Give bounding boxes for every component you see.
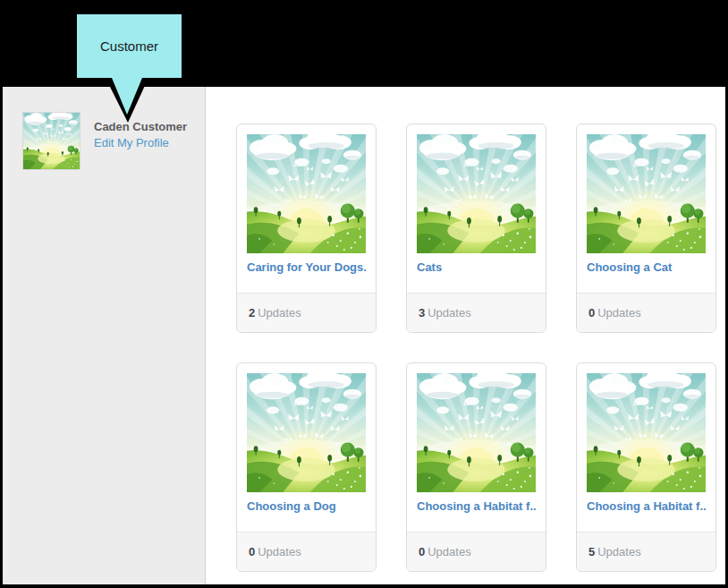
notebook-thumbnail[interactable]	[417, 134, 536, 253]
callout-arrow-icon	[105, 78, 149, 124]
card-footer: 0Updates	[407, 532, 546, 571]
notebook-title-link[interactable]: Choosing a Cat	[587, 260, 706, 274]
customer-callout: Customer	[75, 13, 183, 80]
callout-label: Customer	[75, 13, 183, 80]
card-body: Caring for Your Dogs...	[237, 124, 376, 293]
updates-count: 2	[249, 306, 255, 320]
notebook-card[interactable]: Caring for Your Dogs... 2Updates	[236, 124, 377, 333]
updates-label: Updates	[597, 306, 640, 320]
updates-label: Updates	[258, 306, 301, 320]
card-body: Choosing a Habitat f...	[577, 363, 715, 532]
edit-profile-link[interactable]: Edit My Profile	[94, 136, 169, 150]
main-panel: Caring for Your Dogs... 2Updates Cats 3U…	[206, 87, 725, 584]
notebook-thumbnail[interactable]	[587, 373, 706, 492]
updates-count: 0	[588, 306, 595, 320]
card-footer: 3Updates	[407, 293, 546, 332]
top-banner: Customer	[0, 0, 728, 87]
card-body: Choosing a Cat	[577, 124, 715, 293]
card-body: Choosing a Habitat f...	[407, 363, 546, 532]
card-footer: 0Updates	[237, 532, 376, 571]
updates-label: Updates	[597, 545, 640, 558]
avatar[interactable]	[22, 112, 80, 170]
updates-count: 0	[249, 545, 255, 558]
notebook-thumbnail[interactable]	[417, 373, 536, 492]
notebook-title-link[interactable]: Caring for Your Dogs...	[247, 260, 366, 274]
notebook-card[interactable]: Choosing a Habitat f... 5Updates	[576, 362, 716, 572]
card-footer: 2Updates	[237, 293, 376, 332]
notebook-thumbnail[interactable]	[587, 134, 706, 253]
card-body: Cats	[407, 124, 546, 293]
notebook-thumbnail[interactable]	[247, 373, 366, 492]
notebook-thumbnail[interactable]	[247, 134, 366, 253]
notebook-title-link[interactable]: Choosing a Habitat f...	[417, 499, 536, 513]
notebook-grid: Caring for Your Dogs... 2Updates Cats 3U…	[236, 124, 725, 572]
card-footer: 5Updates	[577, 532, 715, 571]
notebook-title-link[interactable]: Choosing a Dog	[247, 499, 366, 513]
notebook-title-link[interactable]: Choosing a Habitat f...	[587, 499, 706, 513]
updates-count: 0	[419, 545, 425, 558]
app-window: { "tooltip": { "label": "Customer" }, "s…	[0, 0, 728, 588]
updates-label: Updates	[258, 545, 301, 558]
sidebar: Caden Customer Edit My Profile	[3, 87, 206, 584]
updates-label: Updates	[427, 545, 470, 558]
notebook-title-link[interactable]: Cats	[417, 260, 536, 274]
notebook-card[interactable]: Choosing a Dog 0Updates	[236, 362, 377, 572]
updates-count: 5	[588, 545, 595, 558]
updates-label: Updates	[427, 306, 470, 320]
card-footer: 0Updates	[577, 293, 715, 332]
notebook-card[interactable]: Choosing a Habitat f... 0Updates	[406, 362, 546, 572]
notebook-card[interactable]: Cats 3Updates	[406, 124, 546, 333]
notebook-card[interactable]: Choosing a Cat 0Updates	[576, 124, 716, 333]
updates-count: 3	[419, 306, 425, 320]
content-area: Caden Customer Edit My Profile Caring fo…	[3, 87, 725, 584]
card-body: Choosing a Dog	[237, 363, 376, 532]
